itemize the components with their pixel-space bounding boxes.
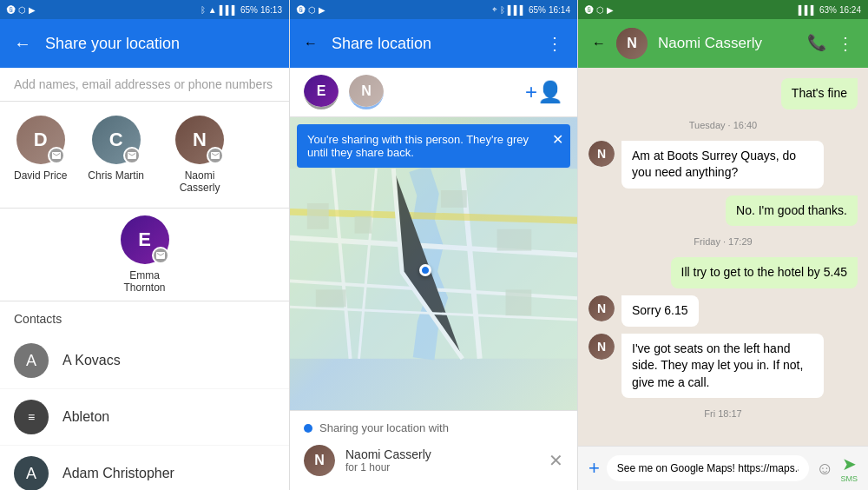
share-location-map-panel: 🅖 ⬡ ▶ ⌖ ᛒ ▌▌▌ 65% 16:14 ← Share location… <box>289 0 578 490</box>
more-options-icon[interactable]: ⋮ <box>546 33 563 54</box>
message-no-good: No. I'm good thanks. <box>726 195 858 227</box>
time-display-3: 16:24 <box>839 5 861 15</box>
svg-rect-4 <box>497 229 532 251</box>
email-icon-3 <box>210 150 220 161</box>
msg-avatar-face-2: N <box>589 295 615 321</box>
signal-icon-3: ▌▌▌ <box>799 5 817 15</box>
send-arrow-icon: ➤ <box>842 454 857 474</box>
naomi-avatar-container: N <box>175 116 224 164</box>
bluetooth-icon-2: ᛒ <box>500 5 505 15</box>
naomi-badge <box>207 147 224 164</box>
svg-rect-1 <box>307 203 329 229</box>
send-button[interactable]: ➤ SMS <box>840 454 858 483</box>
search-bar[interactable]: Add names, email addresses or phone numb… <box>0 68 289 102</box>
sharing-person-info: Naomi Casserly for 1 hour <box>345 447 538 473</box>
chris-name: Chris Martin <box>88 169 144 182</box>
chat-header-left: ← N Naomi Casserly <box>592 28 762 59</box>
person-emma[interactable]: E Emma Thornton <box>14 215 275 294</box>
contact-ableton[interactable]: ≡ Ableton <box>0 389 289 446</box>
msg-text-3: No. I'm good thanks. <box>736 203 847 217</box>
chat-input[interactable] <box>607 455 809 481</box>
msg-row-sent-1: That's fine <box>589 78 858 109</box>
chat-input-bar: + ☺ ➤ SMS <box>578 446 868 490</box>
back-icon[interactable]: ← <box>14 34 31 54</box>
sharing-naomi-face: N <box>304 445 335 476</box>
person-chris[interactable]: C Chris Martin <box>88 116 144 194</box>
akovacs-initial: A <box>26 352 36 370</box>
adamc-avatar: A <box>14 456 49 490</box>
emma-avatar-container: E <box>121 215 169 264</box>
tab-avatar-1[interactable]: E <box>304 75 339 109</box>
status2-left: 🅖 ⬡ ▶ <box>297 5 326 15</box>
more-options-icon-2[interactable]: ⋮ <box>837 33 854 54</box>
chat-avatar-face: N <box>616 28 648 59</box>
app-icons-2: 🅖 ⬡ ▶ <box>297 5 326 15</box>
emma-name: Emma Thornton <box>110 269 180 294</box>
david-name: David Price <box>14 169 67 182</box>
sharing-naomi-avatar: N <box>304 445 335 476</box>
map-background: You're sharing with this person. They're… <box>290 117 577 410</box>
status3-left: 🅖 ⬡ ▶ <box>585 5 614 15</box>
location-dot <box>419 264 431 276</box>
panel1-title: Share your location <box>45 35 180 53</box>
david-badge <box>48 147 65 164</box>
contact-list: A A Kovacs ≡ Ableton A Adam Christopher … <box>0 333 289 490</box>
david-avatar-container: D <box>16 116 65 164</box>
sharing-close-icon[interactable]: ✕ <box>549 450 563 471</box>
person-david[interactable]: D David Price <box>14 116 67 194</box>
add-person-button[interactable]: +👤 <box>525 75 563 109</box>
bluetooth-icon: ᛒ <box>201 5 206 15</box>
battery-text-3: 63% <box>819 5 837 15</box>
adamc-initial: A <box>26 465 36 483</box>
person-naomi[interactable]: N Naomi Casserly <box>165 116 234 194</box>
phone-icon[interactable]: 📞 <box>807 33 826 54</box>
naomi-name: Naomi Casserly <box>165 169 234 194</box>
time-display: 16:13 <box>260 5 282 15</box>
msg-row-sent-3: Ill try to get to the hotel by 5.45 <box>589 257 858 288</box>
contact-adamc[interactable]: A Adam Christopher <box>0 446 289 490</box>
chat-header: ← N Naomi Casserly 📞 ⋮ <box>578 19 868 68</box>
emoji-icon[interactable]: ☺ <box>816 459 833 479</box>
email-icon <box>51 150 62 161</box>
adamc-name: Adam Christopher <box>62 466 174 481</box>
status-bar-1: 🅖 ⬡ ▶ ᛒ ▲ ▌▌▌ 65% 16:13 <box>0 0 289 19</box>
msg-avatar-naomi-2: N <box>589 295 615 321</box>
sharing-duration: for 1 hour <box>345 461 538 473</box>
msg-avatar-naomi-3: N <box>589 334 615 360</box>
timestamp-friday: Friday · 17:29 <box>589 236 858 247</box>
time-display-2: 16:14 <box>549 5 570 15</box>
tooltip-close-icon[interactable]: ✕ <box>552 131 563 148</box>
share-location-panel: 🅖 ⬡ ▶ ᛒ ▲ ▌▌▌ 65% 16:13 ← Share your loc… <box>0 0 289 490</box>
tab-face-1: E <box>304 75 339 107</box>
ableton-name: Ableton <box>62 409 109 425</box>
tab-avatar-2[interactable]: N <box>349 75 384 109</box>
svg-rect-6 <box>505 289 531 315</box>
attach-icon[interactable]: + <box>589 457 600 480</box>
msg-row-sent-2: No. I'm good thanks. <box>589 195 858 227</box>
ableton-initial: ≡ <box>28 410 35 424</box>
back-icon-2[interactable]: ← <box>304 36 318 51</box>
msg-avatar-naomi-1: N <box>589 141 615 167</box>
svg-rect-2 <box>355 216 372 234</box>
avatar-tabs: E N +👤 <box>290 68 577 117</box>
email-icon-4 <box>155 250 166 261</box>
chat-panel: 🅖 ⬡ ▶ ▌▌▌ 63% 16:24 ← N Naomi Casserly 📞… <box>578 0 868 490</box>
wifi-icon: ▲ <box>208 5 217 15</box>
contact-akovacs[interactable]: A A Kovacs <box>0 333 289 389</box>
panel2-header: ← Share location ⋮ <box>290 19 577 68</box>
contacts-section-header: Contacts <box>0 301 289 333</box>
chat-avatar: N <box>616 28 648 59</box>
status3-right: ▌▌▌ 63% 16:24 <box>799 5 861 15</box>
chris-badge <box>123 147 141 164</box>
send-label: SMS <box>840 474 858 483</box>
panel2-title: Share location <box>332 35 431 53</box>
chat-header-icons: 📞 ⋮ <box>807 33 854 54</box>
chat-title: Naomi Casserly <box>658 35 762 52</box>
signal-icon: ▌▌▌ <box>220 5 238 15</box>
msg-text: That's fine <box>792 86 847 100</box>
map-container[interactable]: You're sharing with this person. They're… <box>290 117 577 410</box>
back-icon-3[interactable]: ← <box>592 36 606 51</box>
sharing-dot-icon <box>304 424 312 433</box>
chris-avatar-container: C <box>92 116 141 164</box>
tooltip-text: You're sharing with this person. They're… <box>307 133 529 159</box>
